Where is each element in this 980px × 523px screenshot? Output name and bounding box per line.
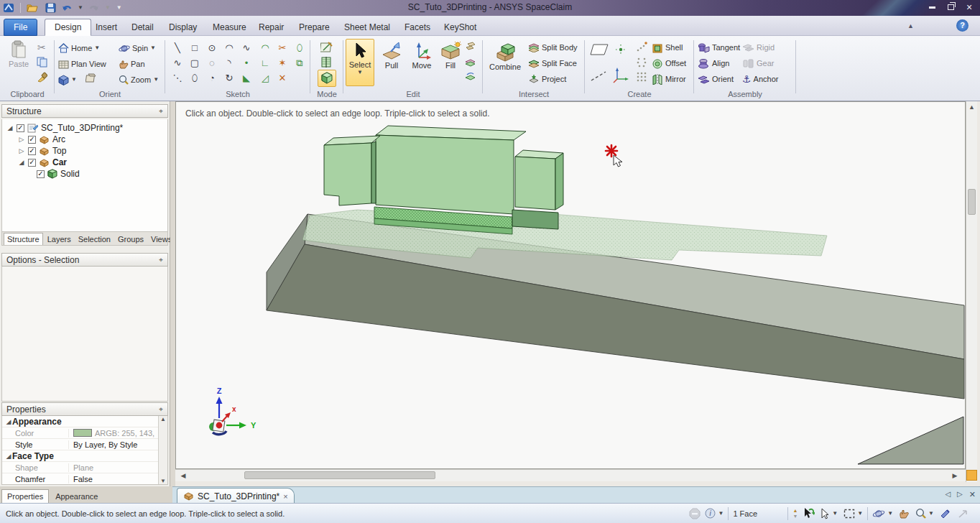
checkbox-checked[interactable]: ✓: [37, 170, 45, 178]
mirror-button[interactable]: Mirror: [652, 72, 686, 86]
expander-expanded-icon[interactable]: ◢: [5, 418, 12, 425]
select-cursor-icon[interactable]: [820, 508, 830, 519]
pan-tool-icon[interactable]: [899, 509, 910, 519]
create-line-icon[interactable]: [590, 70, 607, 82]
fill-button[interactable]: Fill: [436, 42, 465, 70]
select-dropdown-icon[interactable]: ▼: [832, 511, 838, 517]
sketch-line-icon[interactable]: ╲: [169, 40, 186, 55]
plan-view-button[interactable]: Plan View: [58, 57, 106, 71]
checkbox-checked[interactable]: ✓: [28, 159, 36, 167]
split-body-button[interactable]: Split Body: [528, 40, 578, 55]
project-button[interactable]: Project: [528, 72, 566, 86]
sketch-spline-icon[interactable]: ∿: [238, 40, 255, 55]
document-tab-close-icon[interactable]: ×: [283, 492, 287, 501]
edit-copy-face-icon[interactable]: [465, 42, 476, 52]
tab-design[interactable]: Design: [45, 19, 91, 36]
offset-button[interactable]: Offset: [652, 56, 686, 70]
spin-step-icons[interactable]: ▲▼: [792, 508, 798, 519]
scroll-up-icon[interactable]: ▲: [969, 101, 975, 113]
horizontal-scroll-thumb[interactable]: [244, 471, 435, 479]
tree-item-car[interactable]: ◢ ✓ Car: [2, 157, 167, 168]
sketch-mode-icon[interactable]: [319, 40, 335, 54]
spin-tool-icon[interactable]: [872, 509, 885, 519]
info-dropdown-icon[interactable]: ▼: [718, 511, 724, 517]
measure-arrow-icon[interactable]: [958, 509, 970, 518]
sketch-trim-away-icon[interactable]: ✂: [274, 40, 291, 55]
split-face-button[interactable]: Split Face: [528, 56, 577, 70]
orient-button[interactable]: Orient: [698, 72, 734, 86]
zoom-button[interactable]: Zoom▼: [119, 73, 159, 87]
home-view-button[interactable]: Home▼: [58, 41, 100, 55]
pan-button[interactable]: Pan: [119, 57, 145, 71]
tree-item-root[interactable]: ◢ ✓ SC_Tuto_3DPrinting*: [2, 122, 167, 134]
pin-icon[interactable]: ⌖: [159, 107, 163, 116]
minimize-button[interactable]: [923, 2, 941, 12]
create-point-icon[interactable]: [614, 43, 627, 56]
scroll-up-icon[interactable]: ▲: [160, 416, 166, 422]
tab-appearance[interactable]: Appearance: [50, 490, 103, 503]
solid-mode-icon[interactable]: [318, 70, 336, 87]
tab-display[interactable]: Display: [160, 19, 206, 36]
vertical-scrollbar[interactable]: ▲ ▼: [966, 101, 977, 482]
tab-structure[interactable]: Structure: [4, 233, 43, 245]
sketch-ellipse-minor-icon[interactable]: ⬯: [186, 70, 203, 85]
sketch-bend-icon[interactable]: ∟: [256, 55, 274, 70]
sketch-polygon-icon[interactable]: ◔: [203, 70, 221, 85]
property-row-shape[interactable]: Shape Plane: [2, 462, 158, 473]
edit-adjust-face-icon[interactable]: [465, 72, 476, 83]
create-plane-icon[interactable]: [590, 43, 609, 56]
select-button[interactable]: Select ▼: [346, 39, 374, 86]
expander-expanded-icon[interactable]: ◢: [18, 159, 25, 166]
zoom-tool-icon[interactable]: [915, 508, 926, 519]
sketch-spiral-arc-icon[interactable]: ↻: [221, 70, 238, 85]
spin-tool-dropdown-icon[interactable]: ▼: [887, 511, 893, 517]
sketch-construction-circle-icon[interactable]: ◌: [203, 55, 221, 70]
scroll-left-icon[interactable]: ◀: [178, 472, 188, 479]
sketch-circle-icon[interactable]: ⊙: [203, 40, 221, 55]
close-document-icon[interactable]: ✕: [969, 490, 976, 499]
horizontal-scrollbar[interactable]: ◀ ▶: [175, 469, 966, 481]
copy-icon[interactable]: [37, 57, 47, 68]
pull-button[interactable]: Pull: [377, 42, 406, 70]
properties-section-face-type[interactable]: ◢ Face Type: [2, 450, 158, 462]
properties-scrollbar[interactable]: ▲ ▼: [158, 416, 167, 484]
property-row-color[interactable]: Color ARGB: 255, 143,: [2, 427, 158, 439]
tab-measure[interactable]: Measure: [203, 19, 256, 36]
tab-properties[interactable]: Properties: [1, 489, 49, 503]
tab-sheet-metal[interactable]: Sheet Metal: [335, 19, 399, 36]
select-dropdown-icon[interactable]: ▼: [357, 70, 363, 75]
selection-box-icon[interactable]: [843, 509, 855, 519]
sketch-split-curve-icon[interactable]: ✶: [274, 55, 291, 70]
tab-insert[interactable]: Insert: [86, 19, 126, 36]
align-button[interactable]: Align: [698, 56, 729, 70]
shell-button[interactable]: Shell: [652, 40, 683, 55]
spin-select-icon[interactable]: [802, 507, 815, 519]
gear-button[interactable]: Gear: [742, 56, 774, 70]
sketch-tangent-arc-icon[interactable]: ◠: [221, 40, 238, 55]
sketch-rectangle-icon[interactable]: □: [186, 40, 203, 55]
sketch-ellipse-icon[interactable]: ⬯: [291, 40, 308, 55]
rigid-button[interactable]: Rigid: [742, 40, 775, 55]
snap-view-icon[interactable]: [85, 73, 97, 83]
properties-section-appearance[interactable]: ◢ Appearance: [2, 416, 158, 427]
sketch-chamfer-icon[interactable]: ◿: [256, 70, 274, 85]
tab-facets[interactable]: Facets: [395, 19, 440, 36]
expander-expanded-icon[interactable]: ◢: [5, 453, 12, 460]
tab-keyshot[interactable]: KeyShot: [435, 19, 486, 36]
move-button[interactable]: Move: [407, 42, 436, 70]
scroll-right-icon[interactable]: ▶: [950, 472, 960, 479]
sketch-three-point-arc-icon[interactable]: ◠: [256, 40, 274, 55]
document-tab[interactable]: SC_Tuto_3DPrinting* ×: [177, 488, 295, 504]
sketch-fillet-icon[interactable]: ◣: [238, 70, 255, 85]
anchor-button[interactable]: ⚓ Anchor: [742, 72, 778, 86]
expander-collapsed-icon[interactable]: ▷: [18, 147, 25, 154]
tab-prepare[interactable]: Prepare: [290, 19, 339, 36]
expander-expanded-icon[interactable]: ◢: [6, 124, 14, 131]
sketch-sweep-arc-icon[interactable]: ◝: [221, 55, 238, 70]
sketch-rounded-rectangle-icon[interactable]: ▢: [186, 55, 203, 70]
tab-layers[interactable]: Layers: [45, 233, 74, 245]
prev-document-icon[interactable]: ◁: [945, 490, 951, 499]
tree-item-top[interactable]: ▷ ✓ Top: [2, 145, 167, 157]
sketch-delete-icon[interactable]: ✕: [274, 70, 291, 85]
restore-button[interactable]: [941, 2, 960, 12]
